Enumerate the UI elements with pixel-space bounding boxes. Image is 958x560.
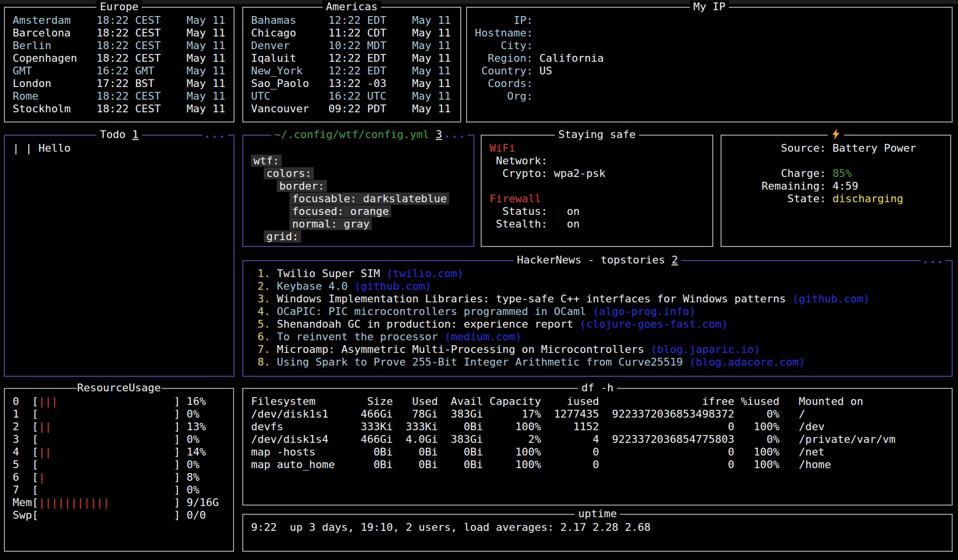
df-header-row: FilesystemSizeUsedAvailCapacityiusedifre…	[251, 395, 944, 408]
firewall-status-line: Status: on	[489, 205, 705, 218]
clock-row: Barcelona18:22CESTMay 11	[13, 27, 226, 39]
lightning-bolt-icon	[831, 128, 841, 140]
gauge-bar-fill: |	[38, 471, 174, 484]
gauge-open-bracket: [	[32, 395, 38, 408]
config-file-panel[interactable]: ~/.config/wtf/config.yml3 ... wtf: color…	[242, 135, 474, 247]
df-filesystem-row: map -hosts0Bi0Bi0Bi100%00100%/net	[251, 446, 944, 458]
story-source-link[interactable]: (twilio.com)	[386, 267, 464, 280]
story-source-link[interactable]: (medium.com)	[444, 331, 522, 343]
config-code-line: focusable: darkslateblue	[251, 192, 466, 205]
story-title[interactable]: Microamp: Asymmetric Multi-Processing on…	[277, 343, 651, 355]
gauge-bar-fill	[38, 458, 174, 471]
story-title[interactable]: Using Spark to Prove 255-Bit Integer Ari…	[277, 356, 689, 368]
config-shortcut-key: 3	[435, 128, 442, 140]
story-title[interactable]: Keybase 4.0	[277, 280, 354, 292]
gauge-bar-fill: ||	[38, 420, 174, 433]
hackernews-story[interactable]: 7. Microamp: Asymmetric Multi-Processing…	[251, 343, 944, 356]
hackernews-story[interactable]: 1. Twilio Super SIM (twilio.com)	[251, 267, 944, 280]
my-ip-panel: My IP IP: Hostname: City: Region:Califor…	[466, 7, 953, 122]
story-title[interactable]: Windows Implementation Libraries: type-s…	[277, 293, 793, 305]
todo-item[interactable]: | | Hello	[13, 142, 226, 155]
config-code-line: focused: orange	[251, 205, 466, 218]
cpu-core-gauge: 2[||]13%	[13, 420, 225, 433]
todo-panel-title: Todo1	[96, 128, 142, 141]
hackernews-story[interactable]: 5. Shenandoah GC in production: experien…	[251, 318, 944, 331]
resource-usage-panel: ResourceUsage 0[|||]16% 1[]0% 2[||]13% 3…	[4, 388, 234, 552]
uptime-text: 9:22 up 3 days, 19:10, 2 users, load ave…	[251, 521, 944, 534]
story-title[interactable]: Shenandoah GC in production: experience …	[277, 318, 580, 330]
ip-field-row: Region:California	[475, 52, 944, 65]
hackernews-menu-dots[interactable]: ...	[921, 253, 946, 266]
clock-row: New_York12:22EDTMay 11	[251, 65, 452, 77]
cpu-core-gauge: 4[||]14%	[13, 446, 225, 458]
todo-shortcut-key: 1	[132, 128, 138, 140]
hackernews-shortcut-key: 2	[671, 254, 678, 266]
battery-remaining-row: Remaining:4:59	[729, 180, 942, 192]
hackernews-title-text: HackerNews - topstories	[517, 254, 665, 266]
story-source-link[interactable]: (blog.adacore.com)	[689, 356, 805, 368]
story-title[interactable]: To reinvent the processor	[277, 331, 444, 343]
df-filesystem-row: devfs333Ki333Ki0Bi100%11520100%/dev	[251, 420, 944, 433]
config-code-line: grid:	[251, 230, 466, 243]
story-title[interactable]: OCaPIC: PIC microcontrollers programmed …	[277, 305, 593, 317]
clock-row: Amsterdam18:22CESTMay 11	[13, 14, 226, 27]
story-source-link[interactable]: (algo-prog.info)	[593, 305, 696, 317]
config-code-line: colors:	[251, 167, 466, 180]
clocks-americas-panel: Americas Bahamas12:22EDTMay 11 Chicago11…	[242, 7, 461, 122]
firewall-stealth-line: Stealth: on	[489, 218, 705, 230]
cpu-core-gauge: 6[|]8%	[13, 471, 225, 484]
config-title-text: ~/.config/wtf/config.yml	[274, 128, 429, 140]
config-menu-dots[interactable]: ...	[442, 128, 468, 140]
clock-row: Sao_Paolo13:22-03May 11	[251, 77, 452, 90]
story-source-link[interactable]: (blog.japaric.io)	[651, 343, 760, 355]
hackernews-story[interactable]: 4. OCaPIC: PIC microcontrollers programm…	[251, 305, 944, 318]
story-title[interactable]: Twilio Super SIM	[277, 267, 386, 280]
uptime-panel-title: uptime	[575, 508, 620, 520]
ip-field-row: Org:	[475, 90, 944, 103]
gauge-close-bracket: ]	[174, 395, 180, 408]
americas-title-text: Americas	[326, 0, 378, 13]
todo-panel[interactable]: Todo1 ... | | Hello	[4, 135, 235, 377]
clock-row: Berlin18:22CESTMay 11	[13, 39, 226, 52]
ip-field-row: Hostname:	[475, 27, 944, 39]
gauge-bar-fill	[38, 408, 174, 420]
hackernews-story[interactable]: 3. Windows Implementation Libraries: typ…	[251, 293, 944, 305]
gauge-bar-fill: |||	[38, 395, 174, 408]
staying-safe-panel-title: Staying safe	[555, 128, 639, 141]
df-filesystem-row: map auto_home0Bi0Bi0Bi100%00100%/home	[251, 458, 944, 471]
clock-row: Chicago11:22CDTMay 11	[251, 27, 452, 39]
clock-row: Iqaluit12:22EDTMay 11	[251, 52, 452, 65]
firewall-section-header: Firewall	[489, 192, 705, 205]
df-filesystem-row: /dev/disk1s1466Gi78Gi383Gi17%12774359223…	[251, 408, 944, 420]
uptime-title-text: uptime	[578, 508, 616, 520]
cpu-core-gauge: 0[|||]16%	[13, 395, 225, 408]
story-source-link[interactable]: (clojure-goes-fast.com)	[580, 318, 728, 330]
battery-charge-row: Charge:85%	[729, 167, 942, 180]
memory-gauge: Mem[|||||||||||]9/16G	[13, 496, 225, 509]
ip-field-row: City:	[475, 39, 944, 52]
blank-line	[489, 180, 705, 192]
battery-source-row: Source:Battery Power	[729, 142, 942, 155]
resource-usage-panel-title: ResourceUsage	[76, 382, 161, 394]
df-filesystem-row: /dev/disk1s4466Gi4.0Gi383Gi2%49223372036…	[251, 433, 944, 446]
battery-panel: Source:Battery Power Charge:85% Remainin…	[721, 135, 951, 247]
clock-row: UTC16:22UTCMay 11	[251, 90, 452, 103]
gauge-bar-fill	[38, 484, 174, 496]
battery-state-row: State:discharging	[729, 192, 942, 205]
hackernews-story[interactable]: 8. Using Spark to Prove 255-Bit Integer …	[251, 356, 944, 368]
todo-menu-dots[interactable]: ...	[202, 128, 228, 140]
story-source-link[interactable]: (github.com)	[793, 293, 870, 305]
story-source-link[interactable]: (github.com)	[354, 280, 432, 292]
clock-row: London17:22BSTMay 11	[13, 77, 226, 90]
europe-panel-title: Europe	[96, 0, 142, 13]
hackernews-story[interactable]: 2. Keybase 4.0 (github.com)	[251, 280, 944, 293]
disk-free-panel: df -h FilesystemSizeUsedAvailCapacityius…	[242, 388, 953, 506]
todo-checkbox[interactable]: | |	[13, 142, 32, 154]
blank-line	[729, 155, 942, 167]
ip-field-row: Coords:	[475, 77, 944, 90]
wifi-network-line: Network:	[489, 155, 705, 167]
hackernews-story[interactable]: 6. To reinvent the processor (medium.com…	[251, 331, 944, 343]
cpu-core-gauge: 5[]0%	[13, 458, 225, 471]
window-top-strip	[0, 0, 958, 4]
hackernews-panel[interactable]: HackerNews - topstories2 ... 1. Twilio S…	[242, 260, 953, 377]
